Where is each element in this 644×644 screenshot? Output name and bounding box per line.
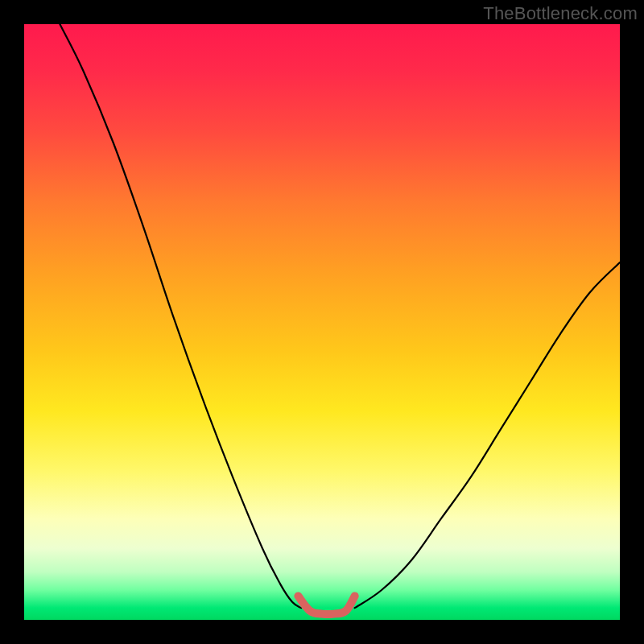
chart-svg bbox=[24, 24, 620, 620]
watermark-text: TheBottleneck.com bbox=[483, 3, 638, 24]
curve-right-branch bbox=[355, 262, 620, 608]
chart-frame: TheBottleneck.com bbox=[0, 0, 644, 644]
chart-plot-area bbox=[24, 24, 620, 620]
curve-left-branch bbox=[60, 24, 301, 608]
curve-bottom-highlight bbox=[298, 596, 354, 614]
